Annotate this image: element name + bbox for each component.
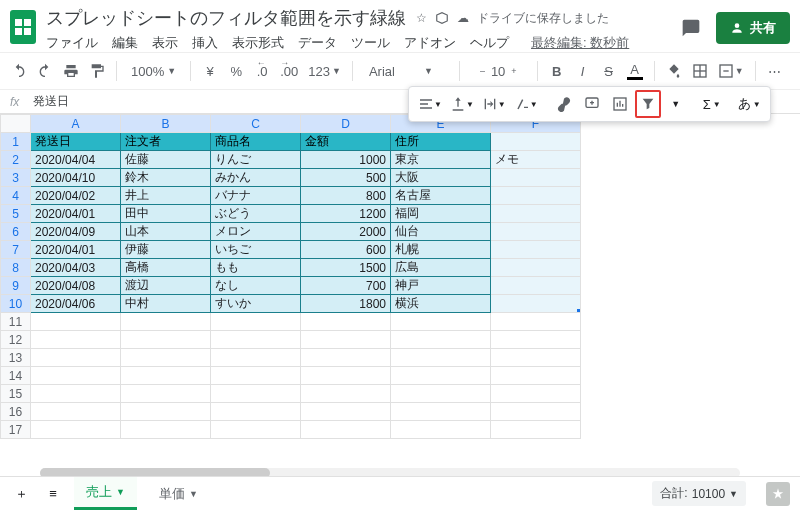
cell[interactable]	[211, 349, 301, 367]
undo-icon[interactable]	[8, 58, 30, 84]
menu-item[interactable]: アドオン	[404, 34, 456, 52]
row-header[interactable]: 12	[1, 331, 31, 349]
cell[interactable]: ぶどう	[211, 205, 301, 223]
cell[interactable]: 2020/04/04	[31, 151, 121, 169]
row-header[interactable]: 5	[1, 205, 31, 223]
row-header[interactable]: 11	[1, 313, 31, 331]
cell[interactable]: 2020/04/01	[31, 241, 121, 259]
move-icon[interactable]	[435, 11, 449, 25]
all-sheets-icon[interactable]: ≡	[42, 481, 64, 507]
cell[interactable]: もも	[211, 259, 301, 277]
cell[interactable]: 田中	[121, 205, 211, 223]
cell[interactable]: 山本	[121, 223, 211, 241]
zoom-select[interactable]: 100% ▼	[125, 58, 182, 84]
cell[interactable]: 2020/04/08	[31, 277, 121, 295]
cell[interactable]: 商品名	[211, 133, 301, 151]
cell[interactable]: 600	[301, 241, 391, 259]
row-header[interactable]: 4	[1, 187, 31, 205]
filter-icon[interactable]	[635, 90, 661, 118]
cell[interactable]: 2020/04/10	[31, 169, 121, 187]
cell[interactable]: 住所	[391, 133, 491, 151]
row-header[interactable]: 6	[1, 223, 31, 241]
menu-item[interactable]: 表示形式	[232, 34, 284, 52]
cell[interactable]: 広島	[391, 259, 491, 277]
wrap-button[interactable]: ▼	[479, 90, 509, 118]
tab-other[interactable]: 単価▼	[147, 479, 210, 509]
borders-button[interactable]	[689, 58, 711, 84]
row-header[interactable]: 3	[1, 169, 31, 187]
cell[interactable]: みかん	[211, 169, 301, 187]
format-percent[interactable]: %	[225, 58, 247, 84]
cell[interactable]: 2000	[301, 223, 391, 241]
cell[interactable]	[121, 403, 211, 421]
cell[interactable]	[301, 421, 391, 439]
cell[interactable]	[491, 313, 581, 331]
cell[interactable]: 金額	[301, 133, 391, 151]
summary-box[interactable]: 合計: 10100 ▼	[652, 481, 746, 506]
cell[interactable]: 1200	[301, 205, 391, 223]
cell[interactable]	[121, 313, 211, 331]
cell[interactable]: メモ	[491, 151, 581, 169]
cell[interactable]: 2020/04/03	[31, 259, 121, 277]
menu-item[interactable]: 編集	[112, 34, 138, 52]
cell[interactable]: 1000	[301, 151, 391, 169]
add-sheet-icon[interactable]: ＋	[10, 481, 32, 507]
cell[interactable]	[301, 331, 391, 349]
cell[interactable]	[491, 277, 581, 295]
format-currency[interactable]: ¥	[199, 58, 221, 84]
cell[interactable]	[121, 385, 211, 403]
cell[interactable]	[491, 205, 581, 223]
cell[interactable]	[301, 367, 391, 385]
cell[interactable]	[301, 385, 391, 403]
cell[interactable]: 札幌	[391, 241, 491, 259]
fill-color-button[interactable]	[663, 58, 685, 84]
cell[interactable]: 大阪	[391, 169, 491, 187]
cell[interactable]	[391, 367, 491, 385]
fx-value[interactable]: 発送日	[33, 93, 69, 110]
col-header[interactable]: A	[31, 115, 121, 133]
cell[interactable]	[301, 349, 391, 367]
cell[interactable]: いちご	[211, 241, 301, 259]
row-header[interactable]: 15	[1, 385, 31, 403]
comment-icon[interactable]	[680, 17, 702, 39]
tab-active[interactable]: 売上▼	[74, 477, 137, 510]
cell[interactable]: 渡辺	[121, 277, 211, 295]
cell[interactable]	[491, 331, 581, 349]
cell[interactable]	[391, 313, 491, 331]
cell[interactable]	[391, 385, 491, 403]
h-align-button[interactable]: ▼	[415, 90, 445, 118]
cell[interactable]	[31, 367, 121, 385]
cell[interactable]	[491, 169, 581, 187]
share-button[interactable]: 共有	[716, 12, 790, 44]
cell[interactable]	[491, 403, 581, 421]
sheet-grid[interactable]: A B C D E F 1発送日注文者商品名金額住所22020/04/04佐藤り…	[0, 114, 800, 464]
print-icon[interactable]	[60, 58, 82, 84]
cell[interactable]	[491, 223, 581, 241]
cell[interactable]	[211, 403, 301, 421]
cell[interactable]	[31, 331, 121, 349]
functions-icon[interactable]: Σ▼	[699, 90, 725, 118]
cell[interactable]	[31, 313, 121, 331]
cell[interactable]: 仙台	[391, 223, 491, 241]
menu-item[interactable]: データ	[298, 34, 337, 52]
increase-decimal[interactable]: .00→	[277, 58, 301, 84]
cell[interactable]	[491, 421, 581, 439]
cell[interactable]	[391, 403, 491, 421]
cell[interactable]	[391, 349, 491, 367]
cell[interactable]	[31, 421, 121, 439]
cell[interactable]	[121, 367, 211, 385]
cell[interactable]	[31, 385, 121, 403]
decrease-decimal[interactable]: .0←	[251, 58, 273, 84]
cell[interactable]	[301, 403, 391, 421]
row-header[interactable]: 16	[1, 403, 31, 421]
cell[interactable]: 2020/04/02	[31, 187, 121, 205]
cell[interactable]: 東京	[391, 151, 491, 169]
cell[interactable]: メロン	[211, 223, 301, 241]
cell[interactable]	[491, 259, 581, 277]
more-icon[interactable]: ⋯	[764, 58, 786, 84]
last-edit[interactable]: 最終編集: 数秒前	[531, 34, 629, 52]
cell[interactable]: 佐藤	[121, 151, 211, 169]
cell[interactable]: 700	[301, 277, 391, 295]
cell[interactable]	[491, 367, 581, 385]
cell[interactable]	[121, 421, 211, 439]
